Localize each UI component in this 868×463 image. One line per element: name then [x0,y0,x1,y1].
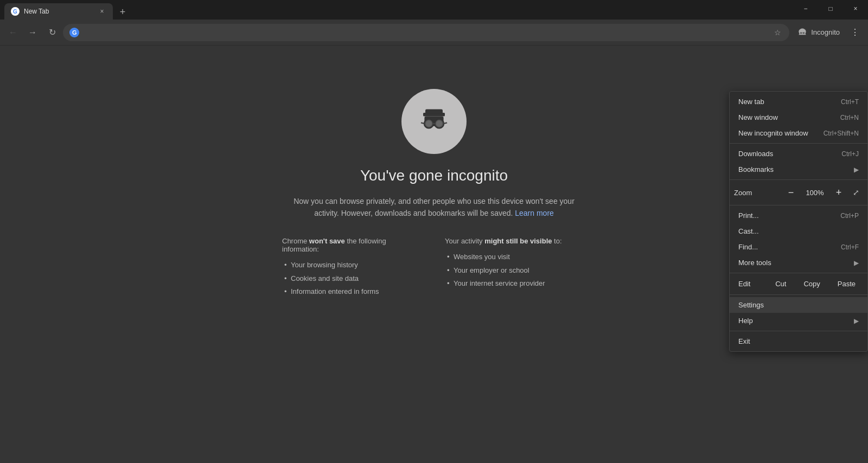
svg-text:G: G [72,29,77,36]
menu-bookmarks[interactable]: Bookmarks ▶ [730,162,867,177]
window-controls: − □ × [793,0,868,17]
menu-more-tools[interactable]: More tools ▶ [730,255,867,271]
page-title: You've gone incognito [360,167,508,184]
list-item: Websites you visit [445,250,586,264]
menu-downloads[interactable]: Downloads Ctrl+J [730,146,867,162]
zoom-expand-button[interactable]: ⤢ [849,185,863,200]
menu-divider-3 [730,205,867,205]
menu-cast[interactable]: Cast... [730,223,867,239]
list-item: Information entered in forms [282,285,423,299]
menu-cut-button[interactable]: Cut [768,278,794,290]
back-button[interactable]: ← [4,24,22,41]
svg-point-15 [426,120,432,126]
still-visible-heading: Your activity might still be visible to: [445,237,586,245]
reload-button[interactable]: ↻ [43,24,61,41]
visible-post: to: [552,237,561,245]
incognito-spy-svg [412,100,456,143]
menu-bookmarks-arrow: ▶ [854,166,859,173]
active-tab[interactable]: G New Tab × [4,3,113,20]
menu-help[interactable]: Help ▶ [730,313,867,329]
menu-zoom-row: Zoom − 100% + ⤢ [730,182,867,203]
svg-text:G: G [13,9,17,15]
minimize-button[interactable]: − [793,0,818,17]
menu-print-shortcut: Ctrl+P [840,212,859,220]
toolbar-right: Incognito ⋮ [792,24,864,41]
learn-more-link[interactable]: Learn more [515,209,554,217]
title-bar: G New Tab × + − □ × [0,0,868,20]
menu-edit-label: Edit [734,280,765,288]
wont-save-pre: Chrome [282,237,309,245]
wont-save-list: Your browsing history Cookies and site d… [282,259,423,299]
info-grid: Chrome won't save the following informat… [271,237,597,299]
menu-help-label: Help [738,317,753,325]
menu-divider-2 [730,179,867,180]
menu-new-incognito[interactable]: New incognito window Ctrl+Shift+N [730,125,867,141]
tab-title: New Tab [24,8,93,15]
menu-exit[interactable]: Exit [730,333,867,349]
menu-cast-label: Cast... [738,227,759,235]
visible-bold: might still be visible [484,237,552,245]
menu-new-incognito-label: New incognito window [738,129,808,137]
close-button[interactable]: × [843,0,868,17]
svg-rect-6 [801,33,805,33]
menu-find[interactable]: Find... Ctrl+F [730,239,867,255]
zoom-value: 100% [801,189,828,197]
svg-rect-8 [425,110,443,114]
menu-new-window-shortcut: Ctrl+N [840,114,859,121]
new-tab-button[interactable]: + [115,4,130,20]
incognito-small-icon [797,27,808,38]
menu-edit-row: Edit Cut Copy Paste [730,275,867,292]
main-content: You've gone incognito Now you can browse… [0,46,868,463]
page-description: Now you can browse privately, and other … [282,195,586,220]
wont-save-bold: won't save [309,237,345,245]
star-icon[interactable]: ☆ [772,27,783,38]
maximize-button[interactable]: □ [818,0,843,17]
more-button[interactable]: ⋮ [846,24,864,41]
menu-find-shortcut: Ctrl+F [841,243,859,251]
menu-new-window[interactable]: New window Ctrl+N [730,110,867,125]
menu-downloads-label: Downloads [738,150,773,158]
list-item: Your employer or school [445,264,586,278]
menu-print[interactable]: Print... Ctrl+P [730,208,867,223]
incognito-button[interactable]: Incognito [792,25,845,40]
menu-bookmarks-label: Bookmarks [738,165,774,173]
context-menu: New tab Ctrl+T New window Ctrl+N New inc… [729,91,868,352]
wont-save-col: Chrome won't save the following informat… [271,237,434,299]
tab-favicon: G [11,7,20,16]
google-icon: G [69,28,79,37]
still-visible-list: Websites you visit Your employer or scho… [445,250,586,291]
menu-more-tools-label: More tools [738,259,771,267]
menu-settings[interactable]: Settings [730,297,867,313]
zoom-minus-button[interactable]: − [783,184,799,201]
menu-find-label: Find... [738,243,758,251]
menu-zoom-label: Zoom [734,189,781,197]
svg-point-16 [436,120,442,126]
zoom-plus-button[interactable]: + [831,184,847,201]
address-bar[interactable]: G ☆ [63,24,789,41]
incognito-icon-large [401,89,467,154]
list-item: Cookies and site data [282,272,423,286]
menu-copy-button[interactable]: Copy [796,278,827,290]
nav-bar: ← → ↻ G ☆ Incognito ⋮ [0,20,868,46]
forward-button[interactable]: → [24,24,41,41]
menu-new-window-label: New window [738,113,778,121]
menu-divider-1 [730,143,867,144]
menu-more-tools-arrow: ▶ [854,259,859,267]
incognito-label: Incognito [811,28,840,36]
menu-exit-label: Exit [738,337,750,345]
menu-paste-button[interactable]: Paste [830,278,863,290]
menu-downloads-shortcut: Ctrl+J [841,150,859,158]
menu-divider-4 [730,273,867,273]
svg-line-18 [421,123,424,124]
menu-new-incognito-shortcut: Ctrl+Shift+N [824,130,859,137]
menu-new-tab[interactable]: New tab Ctrl+T [730,94,867,110]
menu-settings-label: Settings [738,301,764,309]
menu-new-tab-label: New tab [738,98,764,106]
menu-print-label: Print... [738,211,759,220]
tab-close-button[interactable]: × [98,7,106,16]
svg-line-19 [444,123,447,124]
menu-divider-5 [730,294,867,295]
menu-help-arrow: ▶ [854,317,859,325]
visible-pre: Your activity [445,237,484,245]
still-visible-col: Your activity might still be visible to:… [434,237,597,299]
